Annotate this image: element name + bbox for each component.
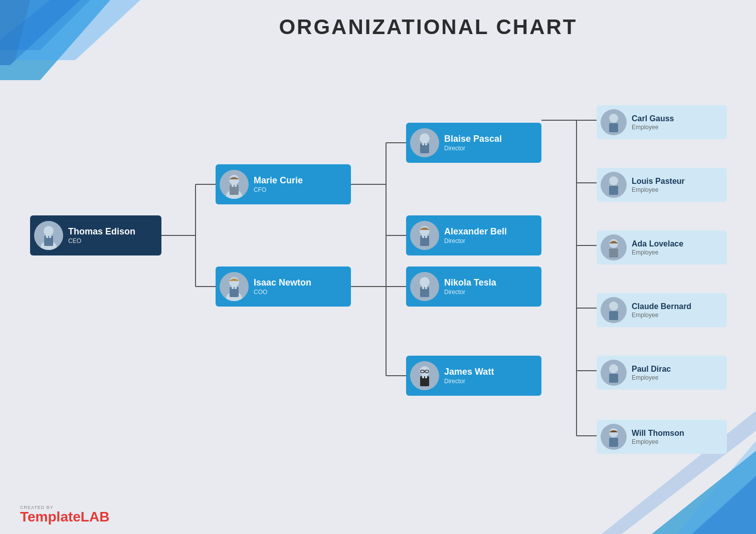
employee-5-node: Paul Dirac Employee	[597, 356, 727, 390]
director-3-title: Director	[444, 289, 496, 296]
svg-rect-68	[609, 311, 618, 320]
svg-rect-57	[425, 375, 427, 378]
svg-marker-3	[0, 0, 90, 50]
director-3-node: Nikola Tesla Director	[406, 266, 541, 307]
employee-3-node: Ada Lovelace Employee	[597, 230, 727, 264]
director-2-name: Alexander Bell	[444, 226, 507, 237]
ceo-title: CEO	[68, 237, 135, 244]
employee-5-name: Paul Dirac	[632, 364, 671, 374]
svg-point-67	[609, 302, 618, 311]
svg-rect-31	[49, 235, 51, 238]
employee-5-avatar	[601, 360, 627, 386]
director-4-text: James Watt Director	[444, 367, 494, 385]
coo-text: Isaac Newton COO	[254, 278, 311, 296]
svg-rect-53	[425, 286, 427, 289]
director-1-text: Blaise Pascal Director	[444, 134, 502, 152]
svg-rect-55	[420, 376, 429, 386]
employee-6-avatar	[601, 424, 627, 450]
ceo-text: Thomas Edison CEO	[68, 226, 135, 244]
svg-rect-49	[425, 235, 427, 238]
cfo-node: Marie Curie CFO	[216, 164, 351, 204]
logo-brand-bold: LAB	[81, 509, 110, 524]
employee-3-text: Ada Lovelace Employee	[632, 239, 683, 255]
employee-2-title: Employee	[632, 186, 685, 193]
employee-4-text: Claude Bernard Employee	[632, 302, 691, 318]
employee-4-avatar	[601, 297, 627, 323]
employee-1-text: Carl Gauss Employee	[632, 114, 674, 130]
svg-point-69	[609, 364, 618, 373]
coo-title: COO	[254, 289, 311, 296]
cfo-text: Marie Curie CFO	[254, 175, 303, 193]
ceo-avatar	[34, 221, 63, 250]
employee-6-node: Will Thomson Employee	[597, 420, 727, 454]
svg-rect-52	[422, 286, 424, 289]
svg-rect-41	[235, 286, 237, 289]
director-4-node: James Watt Director	[406, 356, 541, 396]
svg-point-71	[609, 428, 618, 437]
employee-3-avatar	[601, 234, 627, 260]
employee-2-text: Louis Pasteur Employee	[632, 176, 685, 193]
page-container: ORGANIZATIONAL CHART	[0, 0, 756, 534]
svg-rect-56	[422, 375, 424, 378]
svg-point-32	[229, 175, 239, 185]
svg-rect-51	[420, 287, 429, 297]
employee-5-text: Paul Dirac Employee	[632, 364, 671, 381]
svg-point-61	[609, 114, 618, 123]
employee-1-name: Carl Gauss	[632, 114, 674, 123]
director-1-title: Director	[444, 145, 502, 152]
employee-3-title: Employee	[632, 249, 683, 256]
cfo-name: Marie Curie	[254, 175, 303, 186]
svg-point-27	[44, 226, 54, 236]
svg-rect-64	[609, 186, 618, 195]
director-3-text: Nikola Tesla Director	[444, 278, 496, 296]
director-2-text: Alexander Bell Director	[444, 226, 507, 244]
svg-rect-66	[609, 248, 618, 257]
director-2-title: Director	[444, 237, 507, 244]
svg-point-63	[609, 176, 618, 185]
employee-2-name: Louis Pasteur	[632, 176, 685, 186]
coo-avatar	[220, 272, 249, 301]
cfo-title: CFO	[254, 186, 303, 193]
page-title: ORGANIZATIONAL CHART	[100, 0, 756, 39]
director-3-avatar	[410, 272, 439, 301]
director-1-avatar	[410, 128, 439, 157]
employee-5-title: Employee	[632, 374, 671, 381]
director-1-node: Blaise Pascal Director	[406, 123, 541, 163]
coo-node: Isaac Newton COO	[216, 266, 351, 307]
logo-area: CREATED BY TemplateLAB	[20, 505, 109, 524]
svg-rect-44	[422, 142, 424, 145]
svg-rect-43	[420, 143, 429, 153]
svg-rect-39	[230, 287, 239, 297]
employee-4-title: Employee	[632, 312, 691, 319]
employee-1-title: Employee	[632, 124, 674, 131]
employee-6-title: Employee	[632, 438, 684, 445]
employee-6-name: Will Thomson	[632, 428, 684, 438]
director-3-name: Nikola Tesla	[444, 278, 496, 289]
svg-rect-30	[46, 235, 48, 238]
svg-rect-70	[609, 374, 618, 383]
ceo-node: Thomas Edison CEO	[30, 215, 161, 255]
employee-4-name: Claude Bernard	[632, 302, 691, 311]
svg-rect-40	[232, 286, 234, 289]
employee-6-text: Will Thomson Employee	[632, 428, 684, 445]
logo-brand-light: Template	[20, 509, 81, 524]
director-2-node: Alexander Bell Director	[406, 215, 541, 255]
employee-1-avatar	[601, 109, 627, 135]
chart-area: Thomas Edison CEO Marie Curie CFO	[0, 55, 756, 516]
employee-2-node: Louis Pasteur Employee	[597, 168, 727, 202]
svg-point-50	[420, 277, 430, 287]
coo-name: Isaac Newton	[254, 278, 311, 289]
director-4-name: James Watt	[444, 367, 494, 378]
director-4-avatar	[410, 361, 439, 390]
ceo-name: Thomas Edison	[68, 226, 135, 237]
employee-1-node: Carl Gauss Employee	[597, 105, 727, 139]
director-4-title: Director	[444, 378, 494, 385]
svg-rect-62	[609, 123, 618, 132]
employee-2-avatar	[601, 172, 627, 198]
svg-rect-29	[44, 236, 53, 246]
employee-4-node: Claude Bernard Employee	[597, 293, 727, 327]
svg-rect-35	[232, 184, 234, 187]
svg-rect-45	[425, 142, 427, 145]
svg-rect-48	[422, 235, 424, 238]
employee-3-name: Ada Lovelace	[632, 239, 683, 248]
